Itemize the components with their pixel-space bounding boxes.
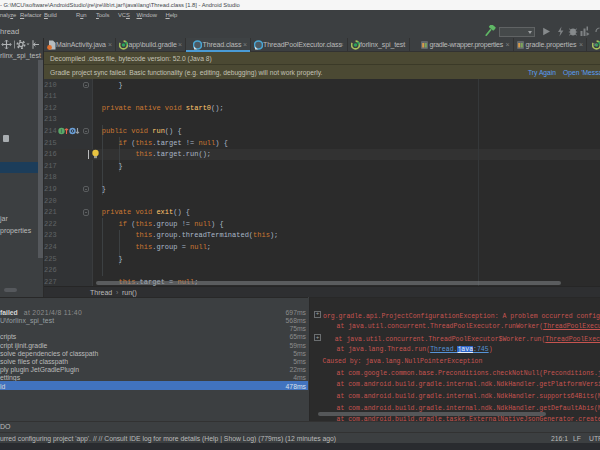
svg-text:I: I xyxy=(61,128,62,134)
